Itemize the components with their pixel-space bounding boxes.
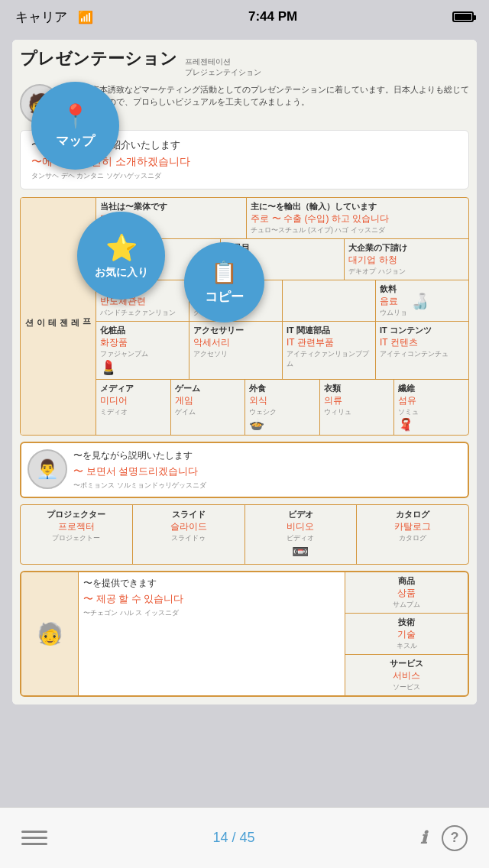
copy-label: コピー [205, 288, 244, 306]
cell-subcontract: 大企業の下請け 대기업 하청 デキオプ ハジョン [345, 239, 468, 280]
wifi-icon: 📶 [78, 11, 93, 24]
favorite-label: お気に入り [95, 266, 148, 280]
bottom-bar: 14 / 45 ℹ ? [0, 807, 489, 868]
cell-food: 外食 외식 ウェシク 🍲 [245, 380, 320, 435]
cell-cosmetic: 化粧品 화장품 ファジャンプム 💄 [96, 322, 189, 379]
menu-line-3 [21, 843, 47, 845]
cell-export: 主に〜を輸出（輸入）しています 주로 〜 수출 (수입) 하고 있습니다 チュロ… [247, 198, 468, 238]
equipment-grid: プロジェクター 프로젝터 プロジェクトー スライド 슬라이드 スライドゥ ビデオ… [20, 504, 469, 565]
offer-items: 商品 상품 サムプム 技術 기술 キスル サービス 서비스 ソービス [345, 572, 468, 695]
page-content: プレゼンテーション 프레젠테이션 プレジェンテイション 🧑 広報、資本誘致などマ… [12, 40, 477, 704]
cell-video: ビデオ 비디오 ビディオ 📼 [245, 505, 358, 564]
title-main: プレゼンテーション [20, 47, 177, 70]
title-section: プレゼンテーション 프레젠테이션 プレジェンテイション [20, 47, 469, 78]
desc2-text: 〜を見ながら説明いたします 〜 보면서 설명드리겠습니다 〜ポミョンス ソルミョ… [73, 449, 206, 491]
map-label: マップ [56, 132, 95, 150]
copy-button[interactable]: 📋 コピー [184, 242, 264, 322]
title-sub: 프레젠테이션 プレジェンテイション [185, 57, 261, 78]
map-button[interactable]: 📍 マップ [31, 82, 119, 170]
map-icon: 📍 [61, 102, 89, 129]
favorite-button[interactable]: ⭐ お気に入り [77, 212, 165, 300]
offer-item-2: 技術 기술 キスル [345, 614, 468, 655]
cell-game: ゲーム 게임 ゲイム [171, 380, 246, 435]
cell-drink: 飲料 음료 ウムリョ 🍶 [376, 280, 468, 321]
grid-row-4: 化粧品 화장품 ファジャンプム 💄 アクセサリー 악세서리 アクセソリ IT 関… [96, 322, 468, 380]
avatar2: 👨‍💼 [28, 449, 67, 489]
page-counter: 14 / 45 [212, 830, 254, 846]
offer-item-1: 商品 상품 サムプム [345, 572, 468, 614]
cell-accessory: アクセサリー 악세서리 アクセソリ [189, 322, 283, 379]
battery-area [452, 11, 474, 22]
cell-textile: 繊維 섬유 ソミュ 🧣 [394, 380, 468, 435]
cell-media: メディア 미디어 ミディオ [96, 380, 171, 435]
description-text: 広報、資本誘致などマーケティング活動としてのプレゼンテーションに着しています。日… [66, 84, 469, 124]
menu-line-2 [21, 837, 47, 839]
info-box-roma: タンサヘ デヘ カンタニ ソゲハゲッスニダ [31, 171, 458, 181]
offer-item-3: サービス 서비스 ソービス [345, 655, 468, 695]
menu-line-1 [21, 831, 47, 833]
offer-text: 〜を提供できます 〜 제공 할 수 있습니다 〜チェゴン ハル ス イッスニダ [79, 572, 345, 695]
battery-icon [452, 11, 474, 22]
copy-icon: 📋 [211, 260, 238, 285]
cell-it-content: IT コンテンツ IT 컨텐츠 アイティコンテンチュ [376, 322, 468, 379]
grid-row-5: メディア 미디어 ミディオ ゲーム 게임 ゲイム 外食 외식 ウェシク 🍲 [96, 380, 468, 435]
cell-catalog: カタログ 카탈로그 カタログ [357, 505, 468, 564]
time-display: 7:44 PM [248, 9, 297, 24]
carrier-text: キャリア [15, 10, 67, 24]
cell-it-parts: IT 関連部品 IT 관련부품 アイティクァンリョンブプム [283, 322, 376, 379]
offer-avatar: 🧓 [21, 572, 79, 695]
info-button[interactable]: ℹ [420, 828, 426, 848]
offer-section: 🧓 〜を提供できます 〜 제공 할 수 있습니다 〜チェゴン ハル ス イッスニ… [20, 571, 469, 697]
menu-button[interactable] [21, 831, 47, 845]
cell-clothes: 衣類 의류 ウィリュ [320, 380, 395, 435]
cell-mid3 [283, 280, 376, 321]
carrier-label: キャリア 📶 [15, 8, 93, 26]
main-card: プレゼンテーション 프레젠테이션 プレジェンテイション 🧑 広報、資本誘致などマ… [12, 40, 477, 704]
cell-slide: スライド 슬라이드 スライドゥ [133, 505, 245, 564]
drink-icon: 🍶 [410, 292, 429, 310]
star-icon: ⭐ [105, 232, 138, 263]
cell-projector: プロジェクター 프로젝터 プロジェクトー [21, 505, 133, 564]
status-bar: キャリア 📶 7:44 PM [0, 0, 489, 34]
help-button[interactable]: ? [442, 825, 468, 851]
desc2-box: 👨‍💼 〜を見ながら説明いたします 〜 보면서 설명드리겠습니다 〜ポミョンス … [20, 442, 469, 498]
